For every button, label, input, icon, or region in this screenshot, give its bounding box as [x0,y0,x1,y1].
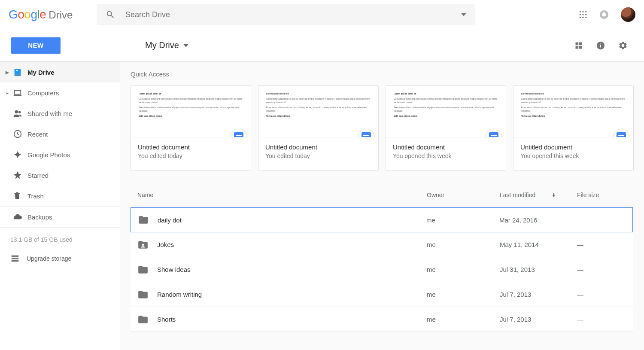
quick-access-card[interactable]: Lorem ipsum dolor sit Consectetur adipis… [386,85,506,170]
svg-point-2 [585,11,586,12]
view-grid-icon[interactable] [574,41,583,50]
svg-point-4 [582,14,583,15]
upgrade-storage-label: Upgrade storage [27,255,71,262]
breadcrumb[interactable]: My Drive [97,40,574,50]
svg-point-15 [18,111,21,114]
expand-icon[interactable]: ▶ [3,70,11,75]
card-title: Untitled document [393,143,499,151]
quick-access-card[interactable]: Lorem ipsum dolor sit Consectetur adipis… [258,85,379,170]
file-size: — [577,291,633,298]
drive-icon [11,67,27,77]
table-row[interactable]: Jokes me May 11, 2014 — [131,232,633,257]
file-owner: me [427,316,500,323]
photos-icon [11,150,27,159]
trash-icon [11,192,27,200]
search-bar[interactable] [97,4,475,25]
file-size: — [577,216,632,224]
sidebar-item-my-drive[interactable]: ▶ My Drive [0,62,120,82]
file-name: Random writing [157,291,202,298]
table-row[interactable]: Shorts me Jul 7, 2013 — [131,307,633,332]
sidebar: ▶ My Drive ▸ Computers Shared with me [0,62,120,350]
sidebar-item-backups[interactable]: Backups [0,207,120,227]
upgrade-storage-button[interactable]: Upgrade storage [0,248,120,269]
breadcrumb-label: My Drive [145,40,179,50]
search-options-dropdown-icon[interactable] [461,12,466,17]
top-bar: Google Drive [0,0,644,29]
col-header-modified[interactable]: Last modified [500,192,577,198]
storage-icon [10,254,20,263]
file-modified: Mar 24, 2016 [499,216,577,224]
top-icons [579,7,635,22]
sort-arrow-down-icon [551,192,557,198]
doc-preview: Lorem ipsum dolor sit Consectetur adipis… [131,86,251,137]
folder-icon [137,264,149,275]
account-avatar[interactable] [621,7,635,22]
col-header-name[interactable]: Name [131,192,427,198]
card-subtitle: You edited today [265,152,371,159]
file-owner: me [427,241,500,248]
details-info-icon[interactable] [596,41,605,50]
svg-rect-12 [576,46,579,49]
file-modified: Jul 7, 2013 [500,316,577,323]
file-name: Jokes [157,241,174,248]
sidebar-item-label: Trash [27,192,44,200]
new-button[interactable]: NEW [11,37,61,54]
svg-rect-17 [12,256,19,257]
sidebar-item-shared[interactable]: Shared with me [0,103,120,124]
settings-gear-icon[interactable] [618,41,628,50]
table-row[interactable]: daily dot me Mar 24, 2016 — [131,207,633,232]
sidebar-item-trash[interactable]: Trash [0,186,120,206]
svg-point-6 [580,17,581,18]
svg-point-3 [580,14,581,15]
col-header-size[interactable]: File size [577,192,633,198]
file-size: — [577,316,633,323]
col-header-owner[interactable]: Owner [427,192,500,198]
docs-badge-icon [231,129,246,137]
sidebar-item-photos[interactable]: Google Photos [0,144,120,165]
expand-icon[interactable]: ▸ [3,91,11,95]
sidebar-item-label: Google Photos [27,151,70,158]
storage-usage-text: 13.1 GB of 15 GB used [0,228,120,248]
file-name: Shorts [157,316,176,323]
sidebar-item-label: Computers [27,89,59,97]
quick-access-card[interactable]: Lorem ipsum dolor sit Consectetur adipis… [131,85,251,170]
notifications-icon[interactable] [599,10,609,19]
svg-point-5 [585,14,586,15]
search-input[interactable] [125,10,461,19]
svg-rect-13 [579,46,582,49]
table-row[interactable]: Show ideas me Jul 31, 2013 — [131,257,633,282]
sidebar-item-label: Starred [27,172,49,179]
apps-grid-icon[interactable] [579,10,587,19]
logo[interactable]: Google Drive [9,8,97,21]
card-title: Untitled document [138,143,244,151]
table-row[interactable]: Random writing me Jul 7, 2013 — [131,282,633,307]
file-size: — [577,266,633,273]
shared-folder-icon [137,239,149,250]
quick-access-card[interactable]: Lorem ipsum dolor sit Consectetur adipis… [513,85,634,170]
svg-rect-11 [579,42,582,45]
folder-icon [137,289,149,300]
table-header: Name Owner Last modified File size [131,183,633,207]
computers-icon [11,88,27,97]
svg-point-20 [142,243,144,246]
sidebar-item-label: Backups [27,213,52,221]
docs-badge-icon [614,129,629,137]
svg-point-7 [582,17,583,18]
breadcrumb-dropdown-icon [183,43,188,48]
file-owner: me [427,291,500,298]
svg-point-1 [582,11,583,12]
google-logo: Google [9,8,46,21]
sidebar-item-label: My Drive [27,69,55,76]
sidebar-item-starred[interactable]: Starred [0,165,120,186]
quick-access-title: Quick Access [131,62,644,85]
sidebar-item-computers[interactable]: ▸ Computers [0,82,120,103]
folder-icon [137,314,149,325]
card-subtitle: You edited today [138,152,244,159]
sidebar-item-recent[interactable]: Recent [0,124,120,144]
main-content: Quick Access Lorem ipsum dolor sit Conse… [120,62,644,350]
file-name: daily dot [158,216,182,224]
doc-preview: Lorem ipsum dolor sit Consectetur adipis… [258,86,378,137]
cloud-icon [11,212,27,222]
file-table: Name Owner Last modified File size daily… [131,183,644,332]
card-subtitle: You opened this week [393,152,499,159]
